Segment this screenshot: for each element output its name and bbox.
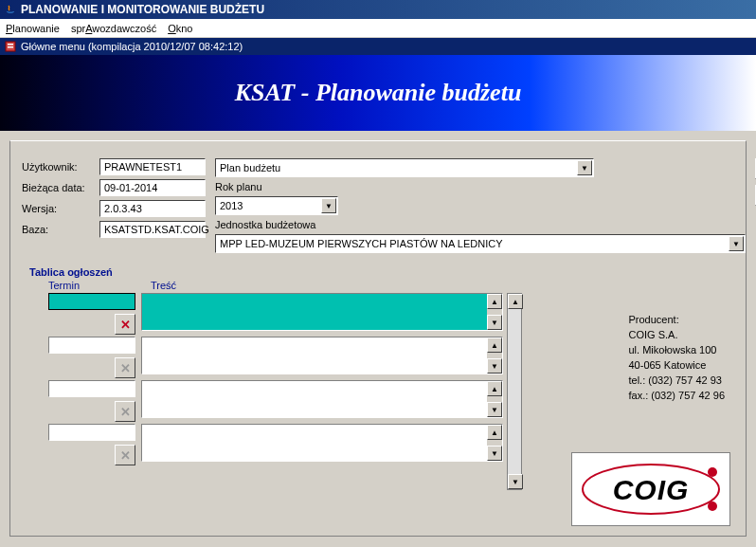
scroll-down-icon[interactable]: ▼ xyxy=(508,474,523,489)
close-icon: ✕ xyxy=(120,361,131,375)
tablica-header: Termin Treść xyxy=(48,280,734,291)
svg-text:COIG: COIG xyxy=(613,474,690,505)
subwindow-title: Główne menu (kompilacja 2010/12/07 08:42… xyxy=(21,41,243,52)
label-db: Baza: xyxy=(22,224,94,235)
col-tresc: Treść xyxy=(151,280,176,291)
label-version: Wersja: xyxy=(22,203,94,214)
tablica-row: ✕ ▲ ▼ xyxy=(48,337,503,354)
combo-unit[interactable]: MPP LED-MUZEUM PIERWSZYCH PIASTÓW NA LED… xyxy=(215,234,746,253)
field-version: 2.0.3.43 xyxy=(99,200,206,217)
termin-input[interactable] xyxy=(48,424,135,441)
textarea-scrollbar[interactable]: ▲ ▼ xyxy=(487,294,502,330)
info-column: Użytkownik: PRAWNETEST1 Bieżąca data: 09… xyxy=(22,158,206,242)
delete-button: ✕ xyxy=(115,357,135,378)
label-year: Rok planu xyxy=(215,181,746,192)
tresc-textarea[interactable]: ▲ ▼ xyxy=(141,337,503,374)
label-unit: Jednostka budżetowa xyxy=(215,219,746,230)
tresc-textarea[interactable]: ▲ ▼ xyxy=(141,380,503,418)
scroll-down-icon[interactable]: ▼ xyxy=(487,446,502,461)
delete-button: ✕ xyxy=(115,445,135,465)
field-user: PRAWNETEST1 xyxy=(99,158,206,175)
combo-year[interactable]: 2013 ▼ xyxy=(215,196,338,215)
textarea-scrollbar[interactable]: ▲ ▼ xyxy=(487,425,502,461)
scroll-up-icon[interactable]: ▲ xyxy=(487,337,502,353)
menu-sprawozdawczosc[interactable]: sprAwozdawczość xyxy=(71,23,156,34)
producer-line: ul. Mikołowska 100 xyxy=(628,342,725,357)
producer-line: tel.: (032) 757 42 93 xyxy=(628,373,725,388)
tablica-title: Tablica ogłoszeń xyxy=(29,266,734,278)
textarea-scrollbar[interactable]: ▲ ▼ xyxy=(487,381,502,417)
tresc-textarea[interactable]: ▲ ▼ xyxy=(141,293,503,331)
tablica-row: ✕ ▲ ▼ xyxy=(48,380,503,397)
close-icon: ✕ xyxy=(120,318,131,332)
scroll-down-icon[interactable]: ▼ xyxy=(487,315,502,330)
plan-column: Plan budżetu ▼ Rok planu 2013 ▼ Jednostk… xyxy=(215,158,746,253)
delete-button[interactable]: ✕ xyxy=(115,314,135,335)
scroll-up-icon[interactable]: ▲ xyxy=(508,294,523,309)
producer-line: COIG S.A. xyxy=(628,327,725,342)
textarea-scrollbar[interactable]: ▲ ▼ xyxy=(487,337,502,374)
tresc-textarea[interactable]: ▲ ▼ xyxy=(141,424,503,462)
java-icon xyxy=(4,3,17,16)
label-date: Bieżąca data: xyxy=(22,182,94,193)
termin-input[interactable] xyxy=(48,337,135,354)
main-panel: Użytkownik: PRAWNETEST1 Bieżąca data: 09… xyxy=(9,140,747,537)
banner-text: KSAT - Planowanie budżetu xyxy=(235,79,522,107)
menu-okno[interactable]: Okno xyxy=(168,23,192,34)
tablica-row: ✕ ▲ ▼ xyxy=(48,424,503,441)
producer-line: fax.: (032) 757 42 96 xyxy=(628,388,725,403)
field-db: KSATSTD.KSAT.COIG xyxy=(99,221,206,238)
producer-line: 40-065 Katowice xyxy=(628,357,725,373)
subwindow-titlebar: Główne menu (kompilacja 2010/12/07 08:42… xyxy=(0,38,756,55)
menu-planowanie[interactable]: PPlanowanielanowanie xyxy=(6,23,60,34)
scroll-up-icon[interactable]: ▲ xyxy=(487,294,502,309)
delete-button: ✕ xyxy=(115,401,135,422)
form-icon xyxy=(4,40,17,53)
termin-input[interactable] xyxy=(48,380,135,397)
producer-line: Producent: xyxy=(628,312,725,327)
svg-rect-1 xyxy=(8,44,13,46)
window-title: PLANOWANIE I MONITOROWANIE BUDŻETU xyxy=(21,3,264,16)
label-user: Użytkownik: xyxy=(22,161,94,173)
svg-point-5 xyxy=(708,501,717,511)
coig-logo: COIG xyxy=(571,452,730,526)
termin-input[interactable] xyxy=(48,293,135,310)
scroll-up-icon[interactable]: ▲ xyxy=(487,425,502,440)
scroll-up-icon[interactable]: ▲ xyxy=(487,381,502,396)
window-titlebar: PLANOWANIE I MONITOROWANIE BUDŻETU xyxy=(0,0,756,19)
tablica-row: ✕ ▲ ▼ xyxy=(48,293,503,310)
scroll-down-icon[interactable]: ▼ xyxy=(487,358,502,374)
scroll-down-icon[interactable]: ▼ xyxy=(487,402,502,417)
chevron-down-icon[interactable]: ▼ xyxy=(577,160,592,175)
field-date: 09-01-2014 xyxy=(99,179,206,196)
chevron-down-icon[interactable]: ▼ xyxy=(321,198,336,213)
combo-plan[interactable]: Plan budżetu ▼ xyxy=(215,158,594,177)
col-termin: Termin xyxy=(48,280,135,291)
chevron-down-icon[interactable]: ▼ xyxy=(729,236,744,251)
close-icon: ✕ xyxy=(120,448,131,463)
list-scrollbar[interactable]: ▲ ▼ xyxy=(507,293,522,490)
producer-info: Producent: COIG S.A. ul. Mikołowska 100 … xyxy=(628,312,725,403)
menubar: PPlanowanielanowanie sprAwozdawczość Okn… xyxy=(0,19,756,38)
close-icon: ✕ xyxy=(120,405,131,419)
svg-rect-2 xyxy=(8,46,13,48)
banner: KSAT - Planowanie budżetu xyxy=(0,55,756,131)
svg-point-4 xyxy=(708,467,717,477)
